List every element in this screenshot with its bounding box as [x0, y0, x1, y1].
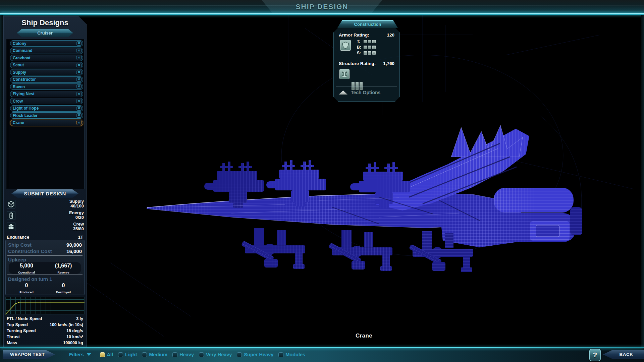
page-title: SHIP DESIGN — [296, 3, 348, 11]
battery-icon — [7, 211, 15, 220]
armor-bottom-row: B: — [357, 45, 377, 50]
design-list-item[interactable]: Command ✕ — [10, 48, 83, 54]
endurance-label: Endurance — [7, 235, 29, 240]
filter-modules[interactable]: Modules — [278, 352, 305, 357]
ship-class-tab[interactable]: Cruiser — [17, 29, 73, 37]
filters-bar: Filters All Light Medium Heavy Very Heav… — [69, 350, 310, 359]
stat-row: FTL / Node Speed3 ly — [7, 316, 83, 322]
back-button[interactable]: BACK — [603, 350, 644, 359]
filter-light[interactable]: Light — [118, 352, 137, 357]
construction-tab[interactable]: Construction — [337, 20, 398, 28]
design-list-item[interactable]: Constructor ✕ — [10, 76, 83, 83]
top-title-bar: SHIP DESIGN — [0, 0, 644, 15]
design-list-item[interactable]: Flying Nest ✕ — [10, 91, 83, 97]
delete-design-icon[interactable]: ✕ — [76, 41, 82, 46]
checkbox-heavy[interactable] — [172, 352, 177, 357]
stat-row: Turning Speed15 deg/s — [7, 328, 83, 335]
checkbox-very-heavy[interactable] — [199, 352, 204, 357]
delete-design-icon[interactable]: ✕ — [76, 92, 82, 96]
design-list-item[interactable]: Flock Leader ✕ — [10, 112, 83, 119]
speed-graph — [5, 297, 85, 314]
design-list-item[interactable]: Crow ✕ — [10, 98, 83, 104]
delete-design-icon[interactable]: ✕ — [76, 63, 82, 67]
design-list-item-selected[interactable]: Crane ✕ — [10, 120, 83, 126]
screen-title-tab: SHIP DESIGN — [262, 0, 382, 13]
stat-row: Mass190000 kg — [7, 341, 83, 347]
designed-on-turn-label: Designed on turn 1 — [8, 276, 82, 283]
crew-icon — [7, 223, 15, 231]
cost-panel: Ship Cost 90,000 Construction Cost 16,00… — [5, 240, 85, 295]
armor-side-row: S: — [357, 51, 377, 55]
delete-design-icon[interactable]: ✕ — [76, 56, 82, 60]
help-button[interactable]: ? — [589, 349, 601, 361]
stat-row: Thrust10 km/s² — [7, 335, 83, 341]
stat-row: Top Speed100 km/s (in 10s) — [7, 322, 83, 328]
bottombar-accent-line — [0, 347, 644, 348]
bottom-bar: WEAPON TEST Filters All Light Medium Hea… — [0, 347, 644, 362]
armor-top-row: T: — [357, 39, 377, 44]
triangle-up-icon — [339, 90, 347, 95]
design-list-item[interactable]: Scout ✕ — [10, 62, 83, 68]
ship-name-label: Crane — [339, 333, 389, 339]
topbar-accent-line — [0, 13, 644, 15]
weapon-test-button[interactable]: WEAPON TEST — [3, 350, 55, 359]
design-list-scrollbar[interactable] — [7, 40, 9, 188]
submit-design-button[interactable]: SUBMIT DESIGN — [11, 189, 78, 198]
ship-design-screen: Crane SHIP DESIGN Ship Designs Cruiser C… — [0, 0, 644, 362]
structure-ibeam-icon — [339, 69, 350, 79]
design-list-item[interactable]: Gravboat ✕ — [10, 55, 83, 61]
delete-design-icon[interactable]: ✕ — [76, 70, 82, 74]
delete-design-icon[interactable]: ✕ — [76, 84, 82, 89]
checkbox-modules[interactable] — [278, 352, 283, 357]
supply-crate-icon — [7, 200, 15, 208]
delete-design-icon[interactable]: ✕ — [76, 121, 82, 125]
construction-cost-row: Construction Cost 16,000 — [8, 248, 82, 254]
upkeep-values: 5,000 Operational (1,667) Reserve — [8, 263, 82, 274]
ship-cost-row: Ship Cost 90,000 — [8, 242, 82, 248]
filters-dropdown[interactable]: Filters — [69, 352, 84, 357]
divider — [336, 86, 397, 87]
design-list-item[interactable]: Supply ✕ — [10, 69, 83, 75]
left-frame-edge — [0, 15, 3, 347]
energy-resource-row: Energy 0/20 — [5, 210, 85, 221]
ship-wireframe — [144, 107, 584, 274]
checkbox-all[interactable] — [100, 352, 105, 357]
filter-very-heavy[interactable]: Very Heavy — [199, 352, 232, 357]
design-list-item[interactable]: Light of Hope ✕ — [10, 105, 83, 112]
delete-design-icon[interactable]: ✕ — [76, 77, 82, 82]
checkbox-light[interactable] — [118, 352, 123, 357]
delete-design-icon[interactable]: ✕ — [76, 99, 82, 103]
filter-all[interactable]: All — [100, 352, 113, 357]
supply-resource-row: Supply 40/100 — [5, 199, 85, 210]
filter-heavy[interactable]: Heavy — [172, 352, 194, 357]
checkbox-super-heavy[interactable] — [237, 352, 242, 357]
structure-bars — [352, 82, 364, 90]
delete-design-icon[interactable]: ✕ — [76, 49, 82, 53]
endurance-value: 1T — [78, 235, 83, 240]
filter-super-heavy[interactable]: Super Heavy — [237, 352, 273, 357]
right-frame-edge — [641, 15, 644, 347]
ship-class-label: Cruiser — [37, 31, 53, 36]
chevron-down-icon[interactable] — [87, 353, 91, 356]
design-list-item[interactable]: Raven ✕ — [10, 83, 83, 90]
endurance-row: Endurance 1T — [7, 235, 83, 240]
armor-shield-icon — [340, 40, 351, 51]
produced-destroyed-values: 0 Produced 0 Destroyed — [8, 283, 82, 293]
ship-designs-panel: Ship Designs Cruiser Colony ✕ Command ✕ … — [3, 16, 87, 347]
divider — [7, 255, 83, 256]
delete-design-icon[interactable]: ✕ — [76, 113, 82, 118]
ship-viewport[interactable]: Crane — [3, 15, 641, 347]
design-list: Colony ✕ Command ✕ Gravboat ✕ Scout ✕ Su… — [6, 39, 85, 189]
tech-options-toggle[interactable]: Tech Options — [339, 90, 380, 95]
structure-rating-row: Structure Rating: 1,760 — [339, 61, 394, 66]
filter-medium[interactable]: Medium — [142, 352, 167, 357]
armor-rating-row: Armor Rating: 120 — [339, 33, 394, 38]
delete-design-icon[interactable]: ✕ — [76, 106, 82, 111]
checkbox-medium[interactable] — [142, 352, 147, 357]
crew-resource-row: Crew 35/80 — [5, 222, 85, 233]
design-list-item[interactable]: Colony ✕ — [10, 40, 83, 47]
speed-stats: FTL / Node Speed3 ly Top Speed100 km/s (… — [7, 316, 83, 347]
panel-title: Ship Designs — [3, 18, 87, 27]
